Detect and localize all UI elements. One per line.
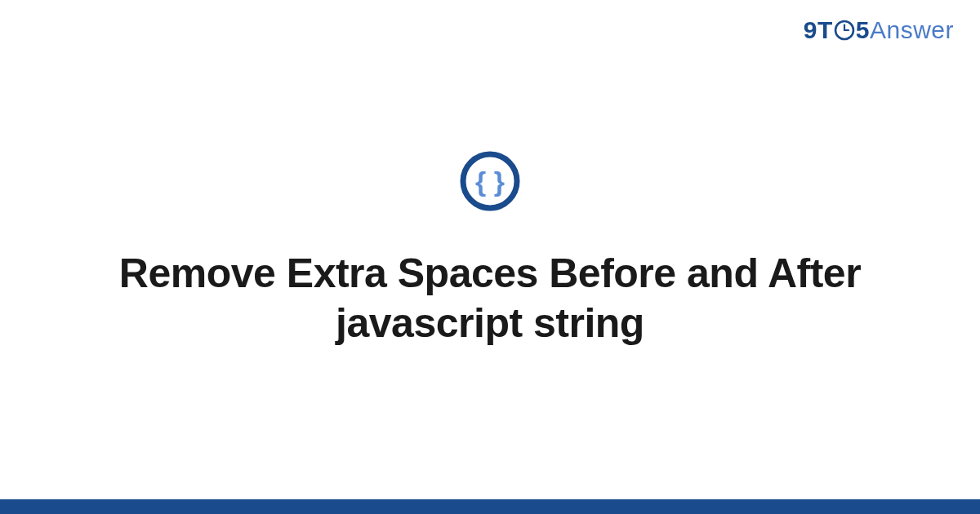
svg-text:{ }: { } [475,166,505,197]
code-braces-icon: { } [460,151,520,211]
bottom-accent-bar [0,499,980,514]
main-content: { } Remove Extra Spaces Before and After… [0,0,980,499]
page-title: Remove Extra Spaces Before and After jav… [82,249,898,348]
